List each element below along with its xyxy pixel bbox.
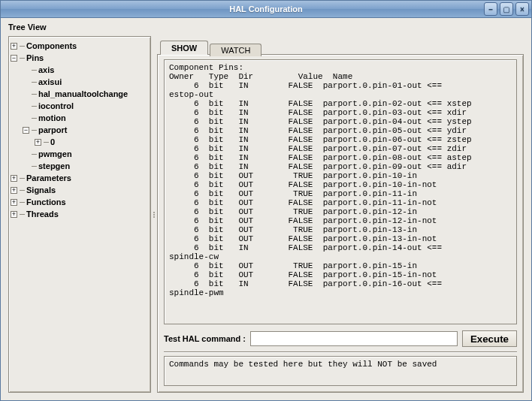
tab-show[interactable]: SHOW (160, 41, 208, 55)
tree-label: Signals (26, 185, 56, 194)
window-title: HAL Configuration (229, 5, 303, 14)
tree-label: axisui (38, 77, 62, 86)
leaf-icon (23, 163, 29, 170)
hal-command-input[interactable] (250, 331, 458, 346)
tree-node-axis[interactable]: axis (11, 64, 149, 76)
tab-watch[interactable]: WATCH (210, 44, 261, 56)
maximize-icon[interactable]: ▢ (500, 2, 513, 16)
expand-icon[interactable]: + (11, 211, 17, 218)
sidebar-label: Tree View (1, 18, 531, 35)
tree-node-pins[interactable]: −Pins (11, 52, 149, 64)
tree-label: pwmgen (38, 149, 72, 158)
collapse-icon[interactable]: − (23, 127, 29, 134)
cmd-label: Test HAL command : (164, 334, 246, 343)
leaf-icon (23, 79, 29, 86)
tree-label: Pins (26, 53, 44, 62)
leaf-icon (23, 67, 29, 74)
tree-label: stepgen (38, 161, 70, 170)
tree-label: Threads (26, 210, 59, 219)
tree-node-threads[interactable]: +Threads (11, 208, 149, 220)
collapse-icon[interactable]: − (11, 55, 17, 62)
expand-icon[interactable]: + (11, 43, 17, 50)
tree-label: axis (38, 65, 54, 74)
tree-node-components[interactable]: +Components (11, 40, 149, 52)
tree-view[interactable]: +Components−Pinsaxisaxisuihal_manualtool… (8, 36, 151, 393)
tree-node-iocontrol[interactable]: iocontrol (11, 100, 149, 112)
leaf-icon (23, 115, 29, 122)
tree-node-motion[interactable]: motion (11, 112, 149, 124)
tree-node-signals[interactable]: +Signals (11, 184, 149, 196)
expand-icon[interactable]: + (11, 187, 17, 194)
tree-label: motion (38, 113, 66, 122)
tree-node-parport[interactable]: −parport (11, 124, 149, 136)
tab-content: Component Pins: Owner Type Dir Value Nam… (157, 54, 524, 393)
tab-bar: SHOW WATCH (157, 36, 524, 54)
tree-node-hal-manualtoolchange[interactable]: hal_manualtoolchange (11, 88, 149, 100)
separator (164, 351, 517, 353)
tree-label: iocontrol (38, 101, 74, 110)
pin-listing[interactable]: Component Pins: Owner Type Dir Value Nam… (164, 59, 517, 324)
expand-icon[interactable]: + (35, 139, 41, 146)
tree-node-parameters[interactable]: +Parameters (11, 172, 149, 184)
expand-icon[interactable]: + (11, 199, 17, 206)
tree-node-axisui[interactable]: axisui (11, 76, 149, 88)
tree-label: Functions (26, 197, 66, 207)
close-icon[interactable]: × (515, 2, 529, 16)
tree-label: 0 (50, 137, 55, 146)
titlebar[interactable]: HAL Configuration – ▢ × (1, 1, 531, 18)
hint-text: Commands may be tested here but they wil… (164, 356, 517, 386)
leaf-icon (23, 103, 29, 110)
pane-resize-handle[interactable] (151, 36, 157, 393)
tree-node-0[interactable]: +0 (11, 136, 149, 148)
app-window: HAL Configuration – ▢ × Tree View +Compo… (0, 0, 532, 401)
execute-button[interactable]: Execute (462, 330, 517, 347)
expand-icon[interactable]: + (11, 175, 17, 182)
tree-node-stepgen[interactable]: stepgen (11, 160, 149, 172)
leaf-icon (23, 151, 29, 158)
tree-label: parport (38, 125, 68, 134)
leaf-icon (23, 91, 29, 98)
tree-label: hal_manualtoolchange (38, 89, 128, 98)
tree-node-pwmgen[interactable]: pwmgen (11, 148, 149, 160)
tree-label: Parameters (26, 173, 71, 182)
tree-label: Components (26, 41, 77, 50)
tree-node-functions[interactable]: +Functions (11, 196, 149, 208)
minimize-icon[interactable]: – (484, 2, 497, 16)
